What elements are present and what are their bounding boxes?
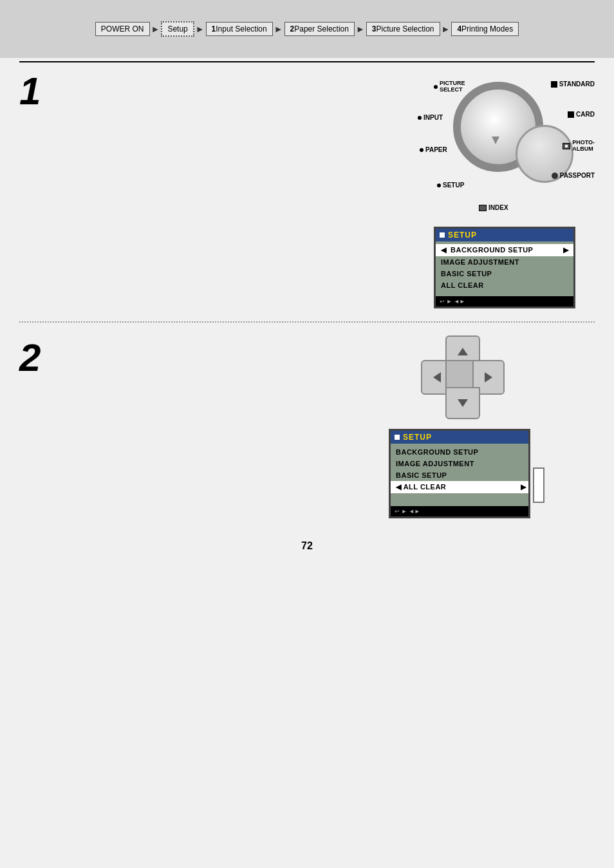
label-photo-album: PHOTO-ALBUM xyxy=(563,140,595,153)
lcd-title-bar-1: SETUP xyxy=(436,229,573,241)
header-bar: POWER ON ► Setup ► 1Input Selection ► 2P… xyxy=(0,0,614,58)
lcd-menu-2: BACKGROUND SETUP IMAGE ADJUSTMENT BASIC … xyxy=(391,444,528,496)
lcd-title-icon-2 xyxy=(395,435,400,440)
lcd-menu2-item-image: IMAGE ADJUSTMENT xyxy=(391,458,528,469)
breadcrumb-arrow-2: ► xyxy=(196,24,205,34)
dot-separator xyxy=(19,321,595,323)
step1-visuals: PICTURESELECT INPUT PAPER SETUP xyxy=(414,62,595,308)
breadcrumb-label-paper: 2Paper Selection xyxy=(284,22,355,36)
lcd-screen-1: SETUP ◀ BACKGROUND SETUP ▶ IMAGE ADJUSTM… xyxy=(434,227,575,308)
passport-text: PASSPORT xyxy=(560,172,595,179)
standard-icon xyxy=(551,81,557,88)
paper-text: PAPER xyxy=(425,146,447,153)
lcd-title-text-1: SETUP xyxy=(448,231,477,240)
breadcrumb-label-power-on: POWER ON xyxy=(95,22,150,36)
left-arrow-bg: ◀ xyxy=(441,246,447,254)
breadcrumb: POWER ON ► Setup ► 1Input Selection ► 2P… xyxy=(95,21,519,37)
breadcrumb-arrow-4: ► xyxy=(356,24,365,34)
step1-section: 1 PICTURESELECT INPUT PAPER xyxy=(19,62,595,315)
dpad-container xyxy=(421,335,505,419)
card-text: CARD xyxy=(576,111,595,118)
arrow-left-icon xyxy=(433,372,441,382)
lcd-menu2-item-basic: BASIC SETUP xyxy=(391,469,528,481)
lcd-menu-item-background: ◀ BACKGROUND SETUP ▶ xyxy=(436,244,573,256)
step1-number: 1 xyxy=(19,70,41,113)
input-dot xyxy=(418,116,422,120)
lcd-menu-item-image: IMAGE ADJUSTMENT xyxy=(436,256,573,268)
label-card: CARD xyxy=(568,111,595,118)
setup-text: SETUP xyxy=(443,182,464,189)
card-icon xyxy=(568,111,574,118)
setup-dot xyxy=(437,184,441,187)
label-index: INDEX xyxy=(479,204,508,211)
lcd-footer-2: ↩ ► ◄► xyxy=(391,506,528,516)
right-arrow-bg: ▶ xyxy=(563,246,569,254)
index-text: INDEX xyxy=(488,204,508,211)
page-number: 72 xyxy=(19,527,595,558)
picture-select-text: PICTURESELECT xyxy=(440,80,465,93)
step2-number: 2 xyxy=(19,336,41,379)
breadcrumb-item-setup: Setup xyxy=(161,21,194,37)
label-standard: STANDARD xyxy=(551,80,595,88)
right-arrow-allclear: ▶ xyxy=(521,483,526,491)
lcd-title-text-2: SETUP xyxy=(403,433,432,442)
dpad-down-button[interactable] xyxy=(445,387,480,419)
breadcrumb-item-paper: 2Paper Selection xyxy=(284,22,355,36)
lcd-menu-item-allclear: ALL CLEAR xyxy=(436,279,573,291)
photo-album-icon xyxy=(563,143,570,149)
left-arrow-allclear: ◀ xyxy=(396,483,402,491)
breadcrumb-arrow: ► xyxy=(151,24,160,34)
breadcrumb-arrow-3: ► xyxy=(274,24,283,34)
breadcrumb-label-picture: 3Picture Selection xyxy=(366,22,440,36)
breadcrumb-label-setup: Setup xyxy=(161,21,194,37)
lcd-footer-icons-1: ↩ ► ◄► xyxy=(440,298,465,305)
lcd-menu2-item-background: BACKGROUND SETUP xyxy=(391,446,528,458)
dial-pointer xyxy=(492,137,499,144)
step2-visuals: SETUP BACKGROUND SETUP IMAGE ADJUSTMENT … xyxy=(389,329,595,521)
step2-section: 2 xyxy=(19,329,595,527)
passport-icon xyxy=(552,173,558,179)
photo-album-text: PHOTO-ALBUM xyxy=(572,140,595,153)
label-setup: SETUP xyxy=(437,182,464,189)
label-paper: PAPER xyxy=(420,146,447,153)
lcd-menu-item-basic: BASIC SETUP xyxy=(436,268,573,279)
dot-separator-line xyxy=(19,321,595,323)
lcd-menu2-item-allclear: ◀ ALL CLEAR ▶ xyxy=(391,481,528,493)
lcd-footer-icons-2: ↩ ► ◄► xyxy=(395,508,420,514)
callout-box xyxy=(533,467,544,503)
arrow-down-icon xyxy=(458,399,468,407)
arrow-up-icon xyxy=(458,348,468,355)
input-text: INPUT xyxy=(423,114,443,121)
index-icon xyxy=(479,205,487,211)
dial-container: PICTURESELECT INPUT PAPER SETUP xyxy=(414,62,595,217)
lcd-menu-1: ◀ BACKGROUND SETUP ▶ IMAGE ADJUSTMENT BA… xyxy=(436,241,573,294)
label-picture-select: PICTURESELECT xyxy=(434,80,465,93)
lcd-screen-2: SETUP BACKGROUND SETUP IMAGE ADJUSTMENT … xyxy=(389,429,530,518)
lcd-title-icon-1 xyxy=(440,232,445,238)
breadcrumb-arrow-5: ► xyxy=(442,24,451,34)
breadcrumb-item-picture: 3Picture Selection xyxy=(366,22,440,36)
lcd-menu-item-background-label: ◀ BACKGROUND SETUP xyxy=(441,246,533,254)
paper-dot xyxy=(420,148,423,152)
lcd-footer-1: ↩ ► ◄► xyxy=(436,296,573,307)
breadcrumb-label-printing: 4Printing Modes xyxy=(451,22,519,36)
lcd-menu2-allclear-left: ◀ ALL CLEAR xyxy=(396,483,446,491)
picture-select-dot xyxy=(434,85,438,89)
breadcrumb-item-printing: 4Printing Modes xyxy=(451,22,519,36)
lcd2-wrapper: SETUP BACKGROUND SETUP IMAGE ADJUSTMENT … xyxy=(389,429,530,518)
breadcrumb-item-input: 1Input Selection xyxy=(206,22,273,36)
standard-text: STANDARD xyxy=(559,80,595,88)
arrow-right-icon xyxy=(485,372,492,382)
label-passport: PASSPORT xyxy=(552,172,595,179)
content-area: 1 PICTURESELECT INPUT PAPER xyxy=(0,58,614,868)
dial-circle[interactable] xyxy=(453,82,543,172)
label-input: INPUT xyxy=(418,114,443,121)
breadcrumb-item-power-on: POWER ON xyxy=(95,22,150,36)
breadcrumb-label-input: 1Input Selection xyxy=(206,22,273,36)
lcd-title-bar-2: SETUP xyxy=(391,431,528,444)
